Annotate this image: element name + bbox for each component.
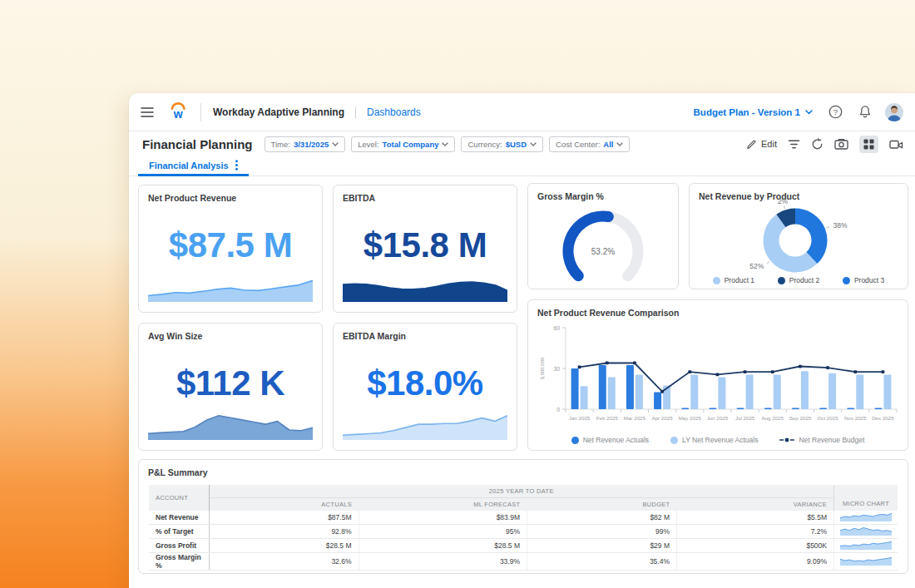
filter-label: Currency: — [467, 140, 502, 149]
edit-button[interactable]: Edit — [746, 139, 777, 150]
help-icon[interactable]: ? — [828, 105, 843, 119]
kpi-value: $18.0% — [334, 363, 517, 403]
legend-item-net-revenue-actuals: Net Revenue Actuals — [571, 436, 649, 444]
svg-text:w: w — [173, 106, 183, 120]
tab-financial-analysis[interactable]: Financial Analysis — [138, 156, 249, 176]
legend-item-product-3: Product 3 — [843, 276, 884, 284]
svg-text:Apr 2025: Apr 2025 — [652, 415, 674, 421]
filter-value: All — [603, 140, 613, 149]
filter-funnel-icon[interactable] — [788, 139, 800, 150]
card-pl-summary: P&L Summary ACCOUNT2025 YEAR TO DATEMICR… — [138, 459, 908, 574]
variance-cell: 9.09% — [677, 553, 834, 571]
filter-label: Level: — [358, 140, 378, 149]
filter-label: Cost Center: — [556, 140, 600, 149]
chevron-down-icon — [530, 142, 537, 146]
variance-cell: 7.2% — [677, 525, 834, 539]
svg-text:Jul 2025: Jul 2025 — [735, 415, 755, 421]
card-net-product-revenue: Net Product Revenue $87.5 M — [138, 185, 323, 313]
legend-line-icon — [779, 437, 794, 443]
card-net-revenue-by-product: Net Revenue by Product 38%52%2% Product … — [689, 183, 908, 289]
ml-forecast-cell: $28.5 M — [359, 539, 527, 553]
column-header: VARIANCE — [677, 497, 834, 511]
svg-text:0: 0 — [556, 407, 560, 413]
comparison-legend: Net Revenue Actuals LY Net Revenue Actua… — [528, 436, 908, 444]
ebitda-sparkline — [343, 279, 507, 305]
svg-text:Sep 2025: Sep 2025 — [789, 415, 812, 421]
variance-cell: $500K — [677, 539, 834, 553]
filter-currency[interactable]: Currency: $USD — [461, 136, 543, 152]
notifications-bell-icon[interactable] — [858, 105, 872, 119]
card-ebitda-margin: EBITDA Margin $18.0% — [333, 323, 517, 451]
column-header: ML FORECAST — [359, 497, 527, 511]
card-title: EBITDA Margin — [343, 331, 406, 341]
divider — [200, 103, 201, 121]
filter-cost-center[interactable]: Cost Center: All — [549, 136, 630, 152]
top-bar: w Workday Adaptive Planning Dashboards B… — [129, 93, 915, 131]
account-cell: Gross Margin % — [149, 553, 209, 571]
filter-label: Time: — [271, 140, 290, 149]
account-cell: % of Target — [149, 525, 209, 539]
ml-forecast-cell: 95% — [359, 525, 527, 539]
page-title: Financial Planning — [142, 137, 253, 151]
version-selector[interactable]: Budget Plan - Version 1 — [694, 107, 813, 117]
pl-table: ACCOUNT2025 YEAR TO DATEMICRO CHARTACTUA… — [149, 485, 898, 571]
card-title: EBITDA — [343, 193, 375, 203]
filter-time[interactable]: Time: 3/31/2025 — [265, 136, 346, 152]
gross-margin-gauge: 53.2% — [528, 205, 678, 289]
column-header: ACTUALS — [209, 497, 359, 511]
card-title: Net Product Revenue — [148, 193, 236, 203]
svg-text:30: 30 — [553, 366, 560, 372]
kpi-value: $15.8 M — [334, 225, 517, 265]
revenue-by-product-donut: 38%52%2% — [690, 184, 909, 290]
chevron-down-icon — [332, 142, 339, 146]
micro-chart-cell — [834, 539, 898, 553]
app-window: w Workday Adaptive Planning Dashboards B… — [129, 93, 915, 588]
account-cell: Gross Profit — [149, 539, 209, 553]
kpi-value: $112 K — [139, 363, 322, 403]
pencil-icon — [746, 139, 757, 150]
comparison-chart: 03060$,000,000Jan 2025Feb 2025Mar 2025Ap… — [537, 323, 900, 441]
user-avatar[interactable] — [885, 103, 903, 121]
column-header: BUDGET — [527, 497, 677, 511]
table-row: Net Revenue$87.5M$83.9M$82 M$5.5M — [149, 511, 898, 525]
video-camera-icon[interactable] — [889, 139, 903, 150]
kebab-menu-icon[interactable] — [235, 160, 238, 170]
card-avg-win-size: Avg Win Size $112 K — [138, 323, 323, 451]
filter-value: Total Company — [383, 140, 439, 149]
actuals-cell: 92.8% — [209, 525, 359, 539]
nav-dashboards-link[interactable]: Dashboards — [367, 106, 421, 118]
svg-text:38%: 38% — [833, 221, 848, 230]
hamburger-menu-icon[interactable] — [141, 107, 154, 117]
svg-text:53.2%: 53.2% — [591, 247, 615, 256]
table-row: % of Target92.8%95%99%7.2% — [149, 525, 898, 539]
chevron-down-icon — [805, 110, 813, 115]
card-title: Gross Margin % — [537, 191, 604, 201]
refresh-icon[interactable] — [811, 138, 824, 151]
table-row: Gross Profit$28.5 M$28.5 M$29 M$500K — [149, 539, 898, 553]
app-title: Workday Adaptive Planning — [213, 106, 344, 118]
avg-win-size-sparkline — [148, 412, 313, 443]
svg-text:May 2025: May 2025 — [679, 415, 702, 421]
card-ebitda: EBITDA $15.8 M — [333, 185, 517, 313]
svg-text:$,000,000: $,000,000 — [540, 357, 545, 379]
svg-text:Oct 2025: Oct 2025 — [818, 415, 839, 421]
card-title: Avg Win Size — [148, 331, 202, 341]
svg-text:Nov 2025: Nov 2025 — [844, 415, 867, 421]
grid-view-icon[interactable] — [859, 136, 878, 153]
account-cell: Net Revenue — [149, 511, 209, 525]
legend-dot — [670, 437, 678, 444]
camera-icon[interactable] — [834, 138, 848, 150]
column-header-account: ACCOUNT — [149, 485, 209, 511]
budget-cell: 35.4% — [527, 553, 677, 571]
edit-label: Edit — [761, 139, 777, 149]
svg-text:Jun 2025: Jun 2025 — [707, 415, 729, 421]
donut-legend: Product 1 Product 2 Product 3 — [690, 276, 908, 284]
net-product-revenue-sparkline — [148, 277, 313, 305]
filter-level[interactable]: Level: Total Company — [351, 136, 455, 152]
svg-text:?: ? — [833, 107, 838, 116]
workday-logo-icon[interactable]: w — [167, 100, 189, 125]
variance-cell: $5.5M — [677, 511, 834, 525]
micro-chart-cell — [834, 553, 898, 571]
card-gross-margin: Gross Margin % 53.2% — [527, 183, 679, 289]
legend-item-net-revenue-budget: Net Revenue Budget — [779, 436, 864, 444]
